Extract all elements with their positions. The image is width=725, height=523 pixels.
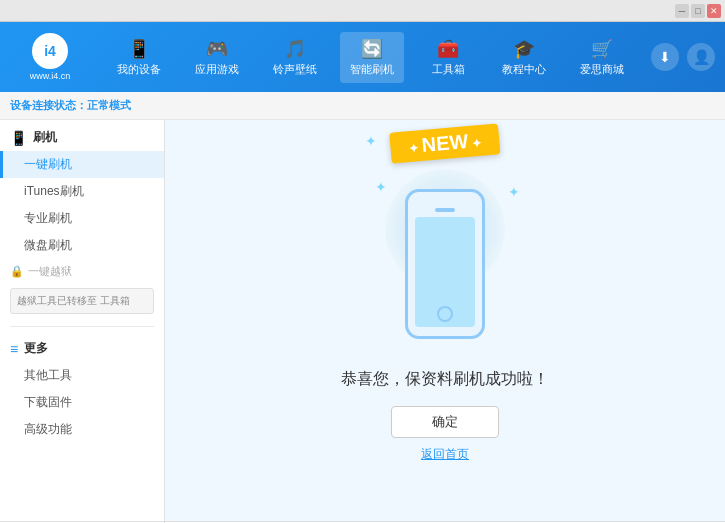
download-firmware-label: 下载固件: [24, 395, 72, 409]
sidebar-item-micro-flash[interactable]: 微盘刷机: [0, 232, 164, 259]
download-button[interactable]: ⬇: [651, 43, 679, 71]
sidebar-more-section: ≡ 更多 其他工具 下载固件 高级功能: [0, 331, 164, 447]
new-banner: NEW: [389, 123, 501, 163]
sidebar-flash-section: 📱 刷机 一键刷机 iTunes刷机 专业刷机 微盘刷机 🔒 一键越狱 越狱工具…: [0, 120, 164, 322]
sidebar-item-itunes-flash[interactable]: iTunes刷机: [0, 178, 164, 205]
my-device-label: 我的设备: [117, 62, 161, 77]
sidebar-jailbreak-note: 越狱工具已转移至 工具箱: [10, 288, 154, 314]
nav-apps-games[interactable]: 🎮 应用游戏: [185, 32, 249, 83]
status-value: 正常模式: [87, 99, 131, 111]
status-label: 设备连接状态：: [10, 99, 87, 111]
status-bar: 设备连接状态：正常模式: [0, 92, 725, 120]
logo[interactable]: i4 www.i4.cn: [10, 33, 90, 81]
back-link[interactable]: 返回首页: [421, 446, 469, 463]
title-bar: ─ □ ✕: [0, 0, 725, 22]
advanced-label: 高级功能: [24, 422, 72, 436]
logo-icon: i4: [32, 33, 68, 69]
onekey-flash-label: 一键刷机: [24, 157, 72, 171]
header: i4 www.i4.cn 📱 我的设备 🎮 应用游戏 🎵 铃声壁纸 🔄 智能刷机…: [0, 22, 725, 92]
tutorials-label: 教程中心: [502, 62, 546, 77]
apps-icon: 🎮: [206, 38, 228, 60]
phone-body: [405, 189, 485, 339]
logo-url: www.i4.cn: [30, 71, 71, 81]
minimize-button[interactable]: ─: [675, 4, 689, 18]
toolbox-label: 工具箱: [432, 62, 465, 77]
shop-icon: 🛒: [591, 38, 613, 60]
sidebar: 📱 刷机 一键刷机 iTunes刷机 专业刷机 微盘刷机 🔒 一键越狱 越狱工具…: [0, 120, 165, 521]
more-group-label: 更多: [24, 340, 48, 357]
my-device-icon: 📱: [128, 38, 150, 60]
sidebar-item-pro-flash[interactable]: 专业刷机: [0, 205, 164, 232]
apps-label: 应用游戏: [195, 62, 239, 77]
sparkle-2: ✦: [508, 184, 520, 200]
nav-bar: 📱 我的设备 🎮 应用游戏 🎵 铃声壁纸 🔄 智能刷机 🧰 工具箱 🎓 教程中心…: [100, 32, 641, 83]
user-button[interactable]: 👤: [687, 43, 715, 71]
nav-tutorials[interactable]: 🎓 教程中心: [492, 32, 556, 83]
success-message: 恭喜您，保资料刷机成功啦！: [341, 369, 549, 390]
smart-flash-label: 智能刷机: [350, 62, 394, 77]
nav-my-device[interactable]: 📱 我的设备: [107, 32, 171, 83]
ringtones-icon: 🎵: [284, 38, 306, 60]
jailbreak-note-text: 越狱工具已转移至 工具箱: [17, 295, 130, 306]
sidebar-jailbreak-locked: 🔒 一键越狱: [0, 259, 164, 284]
pro-flash-label: 专业刷机: [24, 211, 72, 225]
sidebar-flash-group: 📱 刷机: [0, 124, 164, 151]
close-button[interactable]: ✕: [707, 4, 721, 18]
tutorials-icon: 🎓: [513, 38, 535, 60]
sidebar-item-advanced[interactable]: 高级功能: [0, 416, 164, 443]
sidebar-divider: [10, 326, 154, 327]
toolbox-icon: 🧰: [437, 38, 459, 60]
nav-right-buttons: ⬇ 👤: [651, 43, 715, 71]
smart-flash-icon: 🔄: [361, 38, 383, 60]
flash-group-label: 刷机: [33, 129, 57, 146]
nav-smart-flash[interactable]: 🔄 智能刷机: [340, 32, 404, 83]
main-content: ✦ ✦ ✦ NEW 恭喜您，保资料刷机成功啦！ 确定 返回首页: [165, 120, 725, 521]
restore-button[interactable]: □: [691, 4, 705, 18]
nav-shop[interactable]: 🛒 爱思商城: [570, 32, 634, 83]
sidebar-item-download-firmware[interactable]: 下载固件: [0, 389, 164, 416]
sidebar-item-onekey-flash[interactable]: 一键刷机: [0, 151, 164, 178]
main-area: 📱 刷机 一键刷机 iTunes刷机 专业刷机 微盘刷机 🔒 一键越狱 越狱工具…: [0, 120, 725, 521]
jailbreak-label: 一键越狱: [28, 264, 72, 279]
flash-group-icon: 📱: [10, 130, 27, 146]
nav-ringtones[interactable]: 🎵 铃声壁纸: [263, 32, 327, 83]
sparkle-1: ✦: [375, 179, 387, 195]
itunes-flash-label: iTunes刷机: [24, 184, 84, 198]
confirm-button[interactable]: 确定: [391, 406, 499, 438]
ringtones-label: 铃声壁纸: [273, 62, 317, 77]
shop-label: 爱思商城: [580, 62, 624, 77]
sparkle-3: ✦: [365, 133, 377, 149]
phone-illustration: ✦ ✦ ✦ NEW: [365, 179, 525, 349]
more-group-icon: ≡: [10, 341, 18, 357]
phone-speaker: [435, 208, 455, 212]
sidebar-more-group: ≡ 更多: [0, 335, 164, 362]
nav-toolbox[interactable]: 🧰 工具箱: [418, 32, 478, 83]
micro-flash-label: 微盘刷机: [24, 238, 72, 252]
phone-home-button: [437, 306, 453, 322]
other-tools-label: 其他工具: [24, 368, 72, 382]
lock-icon: 🔒: [10, 265, 24, 278]
sidebar-item-other-tools[interactable]: 其他工具: [0, 362, 164, 389]
